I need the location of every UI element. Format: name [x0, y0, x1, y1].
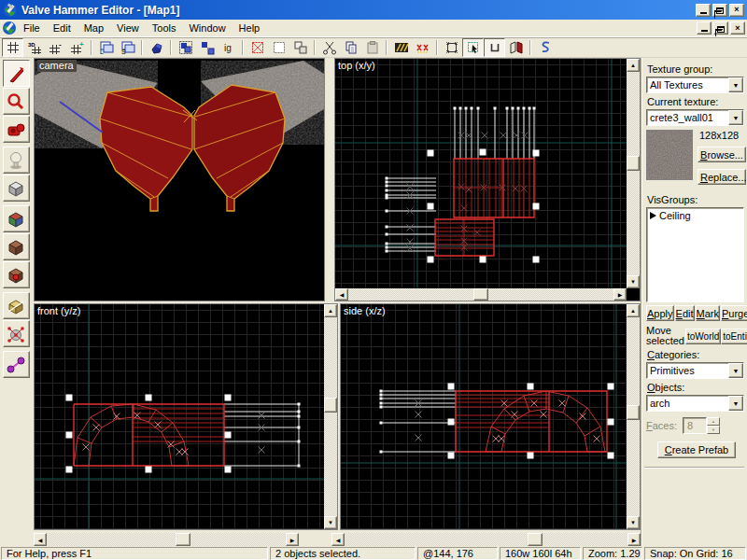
apply-button[interactable]: Apply [646, 305, 674, 321]
menu-tools[interactable]: Tools [146, 21, 183, 35]
scroll-thumb[interactable] [627, 156, 640, 171]
menu-file[interactable]: File [17, 21, 47, 35]
mdi-minimize-button[interactable] [697, 21, 712, 35]
front-horizontal-scrollbar[interactable]: ◀ ▶ [34, 533, 299, 546]
title-bar[interactable]: Valve Hammer Editor - [Map1] × [0, 0, 747, 20]
top-horizontal-scrollbar[interactable]: ◀ ▶ [335, 288, 627, 301]
camera-tool-button[interactable] [3, 116, 30, 143]
ignore-groups-button[interactable]: ig [218, 38, 239, 57]
scroll-up-icon[interactable]: ▲ [627, 59, 640, 72]
save-window-state-button[interactable]: S [117, 38, 138, 57]
purge-button[interactable]: Purge [721, 305, 747, 321]
edit-button[interactable]: Edit [675, 305, 695, 321]
scroll-left-icon[interactable]: ◀ [331, 533, 345, 546]
apply-decals-tool-button[interactable] [3, 261, 30, 288]
cordon-button[interactable] [484, 38, 505, 57]
top-2d-canvas[interactable] [335, 59, 627, 288]
document-system-icon[interactable] [2, 21, 17, 35]
current-texture-dropdown[interactable]: crete3_wall01 ▼ [646, 109, 744, 126]
selection-tool-button[interactable] [3, 60, 30, 87]
toggle-grid-button[interactable] [2, 38, 23, 57]
scroll-thumb[interactable] [528, 533, 543, 546]
clipping-tool-button[interactable] [3, 292, 30, 319]
camera-3d-canvas[interactable] [35, 59, 324, 301]
texture-application-tool-button[interactable] [3, 205, 30, 232]
auto-selection-button[interactable] [462, 38, 484, 57]
side-vertical-scrollbar[interactable]: ▲ ▼ [627, 304, 640, 529]
close-button[interactable]: × [729, 4, 744, 17]
texture-lock-button[interactable] [390, 38, 412, 57]
block-tool-button[interactable] [3, 175, 30, 202]
copy-button[interactable] [340, 38, 361, 57]
texture-application-lock-button[interactable] [412, 38, 433, 57]
scroll-up-icon[interactable]: ▲ [324, 304, 337, 317]
mark-button[interactable]: Mark [696, 305, 720, 321]
flip-objects-button[interactable] [505, 38, 527, 57]
to-entity-button[interactable]: toEntity [721, 329, 747, 344]
side-horizontal-scrollbar[interactable]: ◀ ▶ [331, 533, 641, 546]
front-2d-canvas[interactable] [35, 304, 324, 529]
side-2d-canvas[interactable] [341, 304, 627, 529]
scroll-down-icon[interactable]: ▼ [324, 516, 337, 529]
browse-button[interactable]: Browse... [698, 147, 746, 162]
load-window-state-button[interactable]: L [95, 38, 117, 57]
selection-handles[interactable] [451, 386, 611, 455]
entity-tool-button[interactable] [3, 147, 30, 174]
scroll-right-icon[interactable]: ▶ [613, 288, 627, 301]
to-world-button[interactable]: toWorld [685, 329, 721, 344]
ungroup-button[interactable] [196, 38, 218, 57]
menu-map[interactable]: Map [78, 21, 110, 35]
scroll-thumb[interactable] [627, 405, 640, 420]
scroll-left-icon[interactable]: ◀ [34, 533, 47, 546]
spin-down-icon[interactable]: ▼ [707, 426, 720, 434]
menu-help[interactable]: Help [233, 21, 267, 35]
viewport-top[interactable]: top (x/y) ▲ ▼ ◀ ▶ [334, 58, 641, 301]
run-map-button[interactable] [534, 38, 556, 57]
vertex-tool-button[interactable] [3, 320, 30, 347]
scroll-down-icon[interactable]: ▼ [627, 516, 640, 529]
chevron-down-icon[interactable]: ▼ [728, 77, 743, 92]
spin-up-icon[interactable]: ▲ [707, 417, 720, 426]
create-prefab-button[interactable]: Create Prefab [657, 441, 736, 458]
hide-selected-button[interactable] [247, 38, 268, 57]
restore-button[interactable] [712, 4, 727, 17]
carve-button[interactable] [146, 38, 167, 57]
viewport-camera[interactable]: camera [34, 58, 325, 301]
scroll-right-icon[interactable]: ▶ [286, 533, 299, 546]
menu-view[interactable]: View [110, 21, 146, 35]
menu-edit[interactable]: Edit [47, 21, 78, 35]
menu-window[interactable]: Window [182, 21, 232, 35]
scroll-right-icon[interactable]: ▶ [627, 533, 641, 546]
categories-dropdown[interactable]: Primitives ▼ [646, 362, 744, 379]
scroll-thumb[interactable] [473, 288, 488, 301]
top-vertical-scrollbar[interactable]: ▲ ▼ [627, 59, 640, 288]
selection-bounds-button[interactable] [441, 38, 462, 57]
mdi-restore-button[interactable] [713, 21, 728, 35]
scroll-down-icon[interactable]: ▼ [627, 275, 640, 288]
scroll-left-icon[interactable]: ◀ [335, 288, 348, 301]
chevron-down-icon[interactable]: ▼ [728, 396, 743, 411]
show-all-button[interactable] [289, 38, 311, 57]
texture-group-dropdown[interactable]: All Textures ▼ [646, 77, 744, 93]
apply-texture-tool-button[interactable] [3, 233, 30, 260]
visgroups-list[interactable]: Ceiling [646, 207, 744, 302]
chevron-down-icon[interactable]: ▼ [728, 110, 743, 125]
front-vertical-scrollbar[interactable]: ▲ ▼ [324, 304, 337, 529]
cut-button[interactable] [318, 38, 340, 57]
replace-button[interactable]: Replace... [698, 169, 746, 185]
hide-unselected-button[interactable] [268, 38, 289, 57]
path-tool-button[interactable] [3, 351, 30, 378]
viewport-front[interactable]: front (y/z) ▲ ▼ [34, 303, 338, 530]
mdi-close-button[interactable]: × [730, 21, 745, 35]
scroll-thumb[interactable] [324, 398, 337, 413]
visgroup-item-ceiling[interactable]: Ceiling [649, 209, 741, 221]
paste-button[interactable] [361, 38, 383, 57]
toggle-3d-grid-button[interactable]: 3D [23, 38, 45, 57]
viewport-side[interactable]: side (x/z) ▲ ▼ [340, 303, 641, 530]
chevron-down-icon[interactable]: ▼ [728, 363, 743, 378]
group-button[interactable] [175, 38, 196, 57]
magnify-tool-button[interactable] [3, 88, 30, 115]
objects-dropdown[interactable]: arch ▼ [646, 395, 744, 412]
minimize-button[interactable] [696, 4, 711, 17]
smaller-grid-button[interactable]: - [45, 38, 66, 57]
